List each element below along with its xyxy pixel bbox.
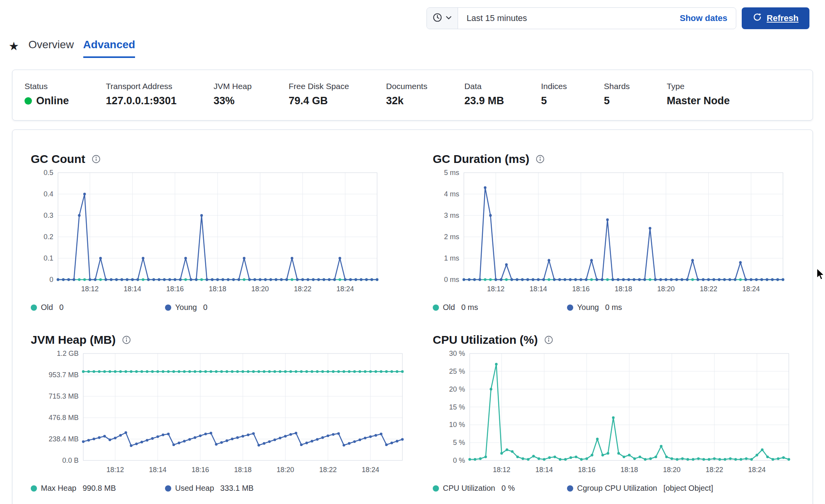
svg-text:0: 0	[49, 276, 53, 284]
legend-item-old[interactable]: Old 0	[31, 303, 165, 312]
svg-text:18:18: 18:18	[234, 466, 251, 474]
node-summary-panel: Status Online Transport Address 127.0.0.…	[12, 70, 813, 121]
legend-value: 0 %	[501, 484, 514, 493]
legend-dot	[433, 485, 439, 492]
stat-value: Master Node	[667, 95, 730, 107]
svg-text:18:12: 18:12	[493, 466, 510, 474]
stat-value: 5	[541, 95, 567, 107]
stat-label: JVM Heap	[214, 82, 252, 91]
info-icon[interactable]	[122, 335, 131, 345]
stat-label: Indices	[541, 82, 567, 91]
legend-value: [object Object]	[664, 484, 713, 493]
time-range-value[interactable]: Last 15 minutes	[458, 13, 680, 23]
stat-label: Free Disk Space	[289, 82, 349, 91]
stat-free-disk-space: Free Disk Space 79.4 GB	[289, 82, 349, 107]
legend-item-used-heap[interactable]: Used Heap 333.1 MB	[165, 484, 299, 493]
stat-jvm-heap: JVM Heap 33%	[214, 82, 252, 107]
svg-text:15 %: 15 %	[449, 403, 465, 411]
favorite-star-icon[interactable]: ★	[9, 40, 19, 56]
time-picker: Last 15 minutes Show dates	[427, 7, 736, 29]
legend-value: 0 ms	[605, 303, 622, 312]
svg-text:18:22: 18:22	[706, 466, 723, 474]
refresh-label: Refresh	[767, 13, 799, 23]
svg-text:715.3 MB: 715.3 MB	[49, 392, 79, 400]
svg-text:18:20: 18:20	[251, 285, 269, 293]
legend-dot	[165, 304, 171, 311]
svg-text:18:24: 18:24	[748, 466, 765, 474]
svg-text:0 ms: 0 ms	[444, 276, 459, 284]
legend-item-cgroup-cpu-utilization[interactable]: Cgroup CPU Utilization [object Object]	[567, 484, 713, 493]
svg-text:18:18: 18:18	[620, 466, 638, 474]
svg-text:0.0 B: 0.0 B	[62, 457, 79, 464]
svg-text:18:22: 18:22	[319, 466, 337, 474]
stat-value: 79.4 GB	[289, 95, 349, 107]
legend-label: Used Heap	[175, 484, 214, 493]
svg-text:0.2: 0.2	[44, 233, 53, 241]
svg-text:0 %: 0 %	[453, 457, 465, 464]
chart-canvas[interactable]: 0 %5 %10 %15 %20 %25 %30 %18:1218:1418:1…	[433, 350, 794, 479]
svg-text:3 ms: 3 ms	[444, 212, 459, 219]
svg-text:1.2 GB: 1.2 GB	[57, 350, 79, 357]
chart-cpu-utilization: CPU Utilization (%) 0 %5 %10 %15 %20 %25…	[433, 333, 794, 493]
svg-text:5 ms: 5 ms	[444, 169, 459, 177]
stat-documents: Documents 32k	[386, 82, 427, 107]
time-quick-select-button[interactable]	[427, 8, 458, 29]
svg-text:476.8 MB: 476.8 MB	[49, 414, 79, 422]
tab-overview[interactable]: Overview	[28, 38, 74, 58]
svg-text:18:24: 18:24	[336, 285, 354, 293]
svg-text:953.7 MB: 953.7 MB	[49, 371, 79, 379]
svg-text:18:14: 18:14	[535, 466, 553, 474]
legend-value: 990.8 MB	[82, 484, 116, 493]
svg-text:20 %: 20 %	[449, 385, 465, 393]
legend-label: Young	[175, 303, 197, 312]
legend-item-old[interactable]: Old 0 ms	[433, 303, 567, 312]
legend-item-young[interactable]: Young 0	[165, 303, 299, 312]
legend-label: Cgroup CPU Utilization	[577, 484, 657, 493]
chart-jvm-heap: JVM Heap (MB) 0.0 B238.4 MB476.8 MB715.3…	[31, 333, 408, 493]
chart-title: CPU Utilization (%)	[433, 333, 538, 346]
legend-item-max-heap[interactable]: Max Heap 990.8 MB	[31, 484, 165, 493]
svg-text:2 ms: 2 ms	[444, 233, 459, 241]
chart-canvas[interactable]: 0.0 B238.4 MB476.8 MB715.3 MB953.7 MB1.2…	[31, 350, 408, 479]
chart-legend: CPU Utilization 0 % Cgroup CPU Utilizati…	[433, 484, 794, 493]
svg-text:1 ms: 1 ms	[444, 254, 459, 262]
chart-canvas[interactable]: 0 ms1 ms2 ms3 ms4 ms5 ms18:1218:1418:161…	[433, 169, 788, 298]
legend-value: 0	[203, 303, 207, 312]
svg-text:5 %: 5 %	[453, 439, 465, 446]
legend-label: Young	[577, 303, 599, 312]
refresh-button[interactable]: Refresh	[742, 7, 809, 29]
legend-dot	[165, 485, 171, 492]
info-icon[interactable]	[544, 335, 553, 345]
chart-gc-count: GC Count 00.10.20.30.40.518:1218:1418:16…	[31, 152, 408, 312]
legend-label: Max Heap	[41, 484, 76, 493]
clock-icon	[432, 12, 442, 24]
svg-text:18:20: 18:20	[277, 466, 294, 474]
legend-label: CPU Utilization	[443, 484, 495, 493]
svg-text:18:12: 18:12	[106, 466, 124, 474]
svg-text:18:16: 18:16	[572, 285, 590, 293]
svg-text:0.3: 0.3	[44, 212, 53, 219]
legend-item-cpu-utilization[interactable]: CPU Utilization 0 %	[433, 484, 567, 493]
chart-title: JVM Heap (MB)	[31, 333, 116, 346]
tab-advanced[interactable]: Advanced	[83, 38, 135, 58]
stat-indices: Indices 5	[541, 82, 567, 107]
show-dates-link[interactable]: Show dates	[680, 13, 736, 23]
stat-label: Status	[25, 82, 69, 91]
stat-label: Data	[464, 82, 504, 91]
svg-text:238.4 MB: 238.4 MB	[49, 435, 79, 443]
node-tabs: ★ Overview Advanced	[0, 29, 825, 58]
legend-item-young[interactable]: Young 0 ms	[567, 303, 701, 312]
svg-text:0.5: 0.5	[44, 169, 53, 177]
stat-label: Shards	[604, 82, 630, 91]
svg-text:18:18: 18:18	[614, 285, 632, 293]
info-icon[interactable]	[535, 154, 545, 164]
top-bar: Last 15 minutes Show dates Refresh	[0, 0, 825, 29]
chart-canvas[interactable]: 00.10.20.30.40.518:1218:1418:1618:1818:2…	[31, 169, 383, 298]
legend-dot	[567, 304, 573, 311]
metrics-panel: GC Count 00.10.20.30.40.518:1218:1418:16…	[12, 130, 813, 504]
svg-text:18:12: 18:12	[487, 285, 504, 293]
svg-text:4 ms: 4 ms	[444, 190, 459, 198]
info-icon[interactable]	[91, 154, 101, 164]
legend-dot	[567, 485, 573, 492]
svg-text:18:14: 18:14	[149, 466, 167, 474]
